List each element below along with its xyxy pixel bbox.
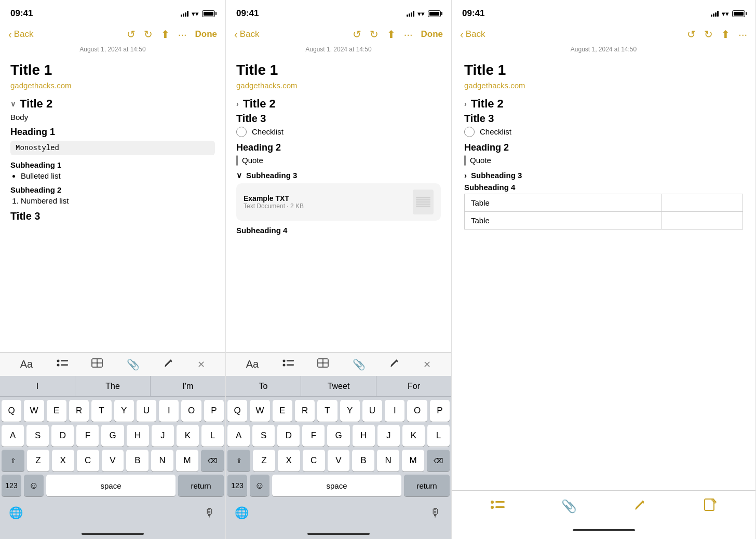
key-c-1[interactable]: C bbox=[77, 450, 99, 471]
key-o-2[interactable]: O bbox=[407, 400, 427, 422]
delete-key-2[interactable]: ⌫ bbox=[427, 450, 450, 471]
key-s-1[interactable]: S bbox=[26, 425, 49, 447]
key-d-1[interactable]: D bbox=[51, 425, 74, 447]
key-g-2[interactable]: G bbox=[327, 425, 349, 447]
key-u-1[interactable]: U bbox=[137, 400, 156, 422]
attach-button-3[interactable]: 📎 bbox=[561, 499, 577, 514]
key-c-2[interactable]: C bbox=[303, 450, 325, 471]
link-3[interactable]: gadgethacks.com bbox=[464, 81, 743, 90]
key-l-1[interactable]: L bbox=[201, 425, 224, 447]
key-r-1[interactable]: R bbox=[69, 400, 89, 422]
key-a-2[interactable]: A bbox=[227, 425, 250, 447]
key-h-1[interactable]: H bbox=[127, 425, 149, 447]
attachment-card-2[interactable]: Example TXT Text Document · 2 KB bbox=[236, 183, 441, 221]
key-y-2[interactable]: Y bbox=[340, 400, 360, 422]
attach-button-2[interactable]: 📎 bbox=[353, 358, 366, 371]
suggestion-2-1[interactable]: To bbox=[226, 376, 301, 396]
key-f-2[interactable]: F bbox=[302, 425, 325, 447]
mic-icon-2[interactable]: 🎙 bbox=[424, 502, 447, 524]
link-2[interactable]: gadgethacks.com bbox=[236, 81, 441, 90]
key-j-1[interactable]: J bbox=[152, 425, 174, 447]
redo-icon-3[interactable]: ↻ bbox=[704, 28, 713, 41]
key-z-1[interactable]: Z bbox=[27, 450, 49, 471]
back-button-1[interactable]: ‹ Back bbox=[8, 29, 33, 41]
table-cell-1-3[interactable]: Table bbox=[465, 194, 662, 211]
key-i-2[interactable]: I bbox=[385, 400, 404, 422]
key-n-1[interactable]: N bbox=[151, 450, 173, 471]
compose-button-3[interactable] bbox=[704, 498, 717, 515]
globe-icon-2[interactable]: 🌐 bbox=[230, 502, 253, 524]
checklist-circle-2[interactable] bbox=[236, 127, 247, 137]
globe-icon-1[interactable]: 🌐 bbox=[4, 502, 27, 524]
suggestion-2-3[interactable]: For bbox=[376, 376, 451, 396]
key-t-1[interactable]: T bbox=[91, 400, 111, 422]
key-w-1[interactable]: W bbox=[24, 400, 44, 422]
share-icon-2[interactable]: ⬆ bbox=[387, 28, 396, 41]
more-icon-1[interactable]: ··· bbox=[178, 29, 187, 41]
table-button-2[interactable] bbox=[317, 358, 329, 370]
key-x-2[interactable]: X bbox=[278, 450, 300, 471]
space-key-1[interactable]: space bbox=[46, 475, 176, 496]
delete-key-1[interactable]: ⌫ bbox=[201, 450, 224, 471]
key-z-2[interactable]: Z bbox=[253, 450, 275, 471]
table-cell-3-3[interactable]: Table bbox=[465, 211, 662, 229]
undo-icon-1[interactable]: ↺ bbox=[127, 28, 136, 41]
close-button-1[interactable]: ✕ bbox=[197, 359, 205, 370]
aa-button-1[interactable]: Aa bbox=[20, 358, 33, 370]
key-v-1[interactable]: V bbox=[102, 450, 124, 471]
undo-icon-3[interactable]: ↺ bbox=[687, 28, 696, 41]
back-button-3[interactable]: ‹ Back bbox=[460, 29, 485, 41]
redo-icon-2[interactable]: ↻ bbox=[370, 28, 379, 41]
shift-key-1[interactable]: ⇧ bbox=[2, 450, 24, 471]
key-j-2[interactable]: J bbox=[377, 425, 400, 447]
key-g-1[interactable]: G bbox=[101, 425, 124, 447]
list-button-1[interactable] bbox=[57, 358, 68, 370]
key-e-2[interactable]: E bbox=[273, 400, 292, 422]
key-m-2[interactable]: M bbox=[402, 450, 424, 471]
return-key-2[interactable]: return bbox=[404, 475, 450, 496]
done-button-1[interactable]: Done bbox=[195, 29, 218, 39]
key-p-2[interactable]: P bbox=[430, 400, 450, 422]
key-f-1[interactable]: F bbox=[76, 425, 99, 447]
link-1[interactable]: gadgethacks.com bbox=[10, 81, 215, 90]
key-a-1[interactable]: A bbox=[2, 425, 24, 447]
key-n-2[interactable]: N bbox=[377, 450, 399, 471]
suggestion-2-2[interactable]: Tweet bbox=[301, 376, 376, 396]
more-icon-2[interactable]: ··· bbox=[404, 29, 413, 41]
key-e-1[interactable]: E bbox=[47, 400, 66, 422]
key-p-1[interactable]: P bbox=[204, 400, 224, 422]
num-key-1[interactable]: 123 bbox=[2, 475, 21, 496]
checklist-circle-3[interactable] bbox=[464, 127, 475, 137]
shift-key-2[interactable]: ⇧ bbox=[227, 450, 250, 471]
key-r-2[interactable]: R bbox=[295, 400, 315, 422]
suggestion-1-3[interactable]: I'm bbox=[151, 376, 225, 396]
key-u-2[interactable]: U bbox=[362, 400, 382, 422]
key-v-2[interactable]: V bbox=[328, 450, 350, 471]
key-k-1[interactable]: K bbox=[177, 425, 199, 447]
num-key-2[interactable]: 123 bbox=[227, 475, 247, 496]
back-button-2[interactable]: ‹ Back bbox=[234, 29, 259, 41]
key-d-2[interactable]: D bbox=[277, 425, 300, 447]
redo-icon-1[interactable]: ↻ bbox=[144, 28, 153, 41]
key-h-2[interactable]: H bbox=[353, 425, 375, 447]
table-button-1[interactable] bbox=[91, 358, 103, 370]
key-m-1[interactable]: M bbox=[176, 450, 198, 471]
aa-button-2[interactable]: Aa bbox=[246, 358, 259, 370]
more-icon-3[interactable]: ··· bbox=[738, 29, 747, 41]
key-t-2[interactable]: T bbox=[317, 400, 337, 422]
list-button-3[interactable] bbox=[490, 499, 505, 514]
space-key-2[interactable]: space bbox=[272, 475, 401, 496]
done-button-2[interactable]: Done bbox=[421, 29, 443, 39]
list-button-2[interactable] bbox=[282, 358, 294, 370]
share-icon-3[interactable]: ⬆ bbox=[721, 28, 730, 41]
key-l-2[interactable]: L bbox=[427, 425, 450, 447]
key-x-1[interactable]: X bbox=[52, 450, 74, 471]
key-k-2[interactable]: K bbox=[402, 425, 425, 447]
suggestion-1-2[interactable]: The bbox=[75, 376, 151, 396]
key-w-2[interactable]: W bbox=[250, 400, 269, 422]
key-y-1[interactable]: Y bbox=[114, 400, 134, 422]
undo-icon-2[interactable]: ↺ bbox=[353, 28, 361, 41]
key-b-2[interactable]: B bbox=[352, 450, 374, 471]
close-button-2[interactable]: ✕ bbox=[423, 359, 431, 370]
emoji-key-1[interactable]: ☺ bbox=[24, 475, 44, 496]
